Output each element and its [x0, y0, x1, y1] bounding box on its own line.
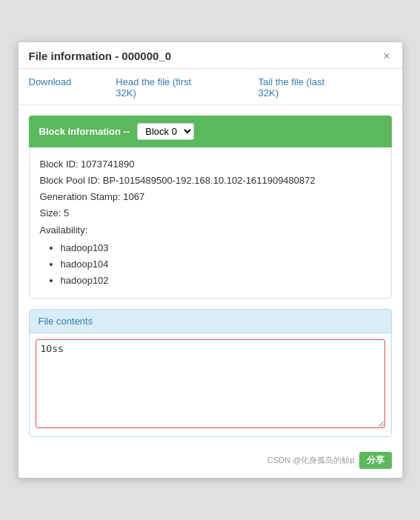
- generation-stamp: Generation Stamp: 1067: [40, 189, 381, 205]
- modal-footer: CSDN @化身孤岛的鲸p 分享: [19, 447, 402, 478]
- block-id: Block ID: 1073741890: [40, 156, 381, 173]
- modal-nav: Download Head the file (first 32K) Tail …: [19, 69, 402, 105]
- tail-file-link[interactable]: Tail the file (last 32K): [259, 76, 347, 99]
- modal-title: File information - 000000_0: [29, 50, 172, 62]
- availability-list: hadoop103 hadoop104 hadoop102: [40, 240, 381, 289]
- block-info-header: Block information -- Block 0: [29, 116, 392, 147]
- modal-body: Block information -- Block 0 Block ID: 1…: [19, 105, 402, 447]
- availability-label: Availability:: [40, 222, 381, 239]
- modal-header: File information - 000000_0 ×: [19, 42, 402, 69]
- file-contents-section: File contents 1Oss: [29, 309, 392, 437]
- block-pool-id: Block Pool ID: BP-1015489500-192.168.10.…: [40, 173, 381, 189]
- share-badge: 分享: [359, 452, 392, 469]
- size: Size: 5: [40, 205, 381, 221]
- download-link[interactable]: Download: [29, 76, 72, 99]
- file-info-modal: File information - 000000_0 × Download H…: [18, 41, 403, 479]
- modal-overlay: File information - 000000_0 × Download H…: [0, 0, 420, 520]
- file-contents-textarea[interactable]: 1Oss: [36, 339, 385, 428]
- list-item: hadoop104: [61, 256, 381, 273]
- file-contents-header: File contents: [30, 310, 391, 333]
- block-select[interactable]: Block 0: [137, 123, 194, 140]
- file-contents-body: 1Oss: [30, 333, 391, 436]
- csdn-label: CSDN @化身孤岛的鲸p: [267, 455, 355, 466]
- head-file-link[interactable]: Head the file (first 32K): [116, 76, 213, 99]
- list-item: hadoop102: [61, 273, 381, 289]
- close-button[interactable]: ×: [381, 50, 391, 62]
- list-item: hadoop103: [61, 240, 381, 256]
- block-info-label: Block information --: [39, 126, 130, 137]
- block-details: Block ID: 1073741890 Block Pool ID: BP-1…: [29, 147, 392, 299]
